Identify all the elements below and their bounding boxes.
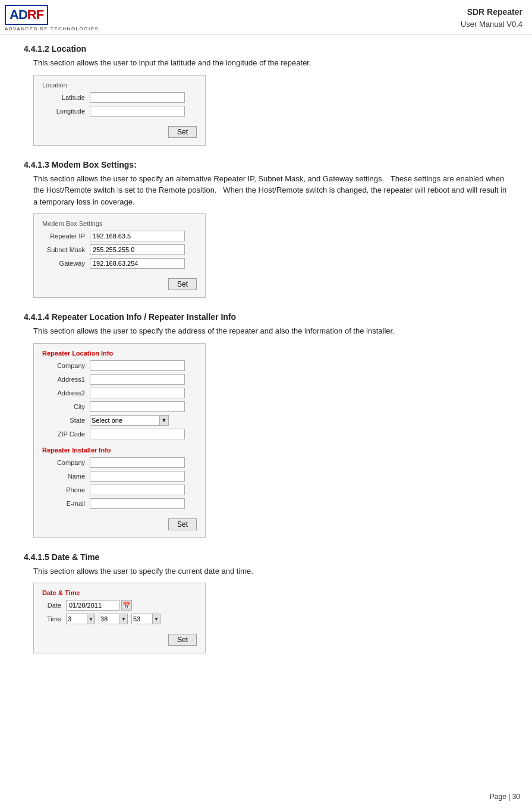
inst-email-input[interactable]	[90, 498, 185, 509]
time-hour-arrow-icon[interactable]: ▼	[87, 614, 95, 624]
address1-row: Address1	[42, 374, 197, 385]
inst-name-row: Name	[42, 471, 197, 482]
latitude-row: Latitude	[42, 92, 197, 103]
section-444-heading: 4.4.1.4 Repeater Location Info / Repeate…	[24, 312, 508, 322]
title-sub: User Manual V0.4	[461, 18, 522, 30]
time-sec-select[interactable]: 53	[131, 614, 153, 624]
zip-label: ZIP Code	[42, 430, 90, 438]
location-set-button[interactable]: Set	[168, 126, 197, 138]
inst-phone-label: Phone	[42, 486, 90, 493]
subnet-label: Subnet Mask	[42, 246, 90, 253]
latitude-label: Latitude	[42, 94, 90, 101]
time-label: Time	[42, 615, 66, 622]
state-row: State Select one ▼	[42, 415, 197, 426]
gateway-label: Gateway	[42, 260, 90, 267]
latitude-input[interactable]	[90, 92, 185, 103]
time-min-arrow-icon[interactable]: ▼	[119, 614, 128, 624]
location-info-panel: Repeater Location Info Company Address1 …	[33, 343, 206, 538]
address1-label: Address1	[42, 376, 90, 383]
datetime-set-button[interactable]: Set	[168, 634, 197, 646]
location-info-set-button[interactable]: Set	[168, 518, 197, 530]
datetime-panel: Date & Time Date 📅 Time 3 ▼ 38 ▼	[33, 583, 206, 653]
location-info-panel-title: Repeater Location Info	[42, 350, 197, 357]
longitude-label: Longitude	[42, 108, 90, 115]
city-row: City	[42, 401, 197, 412]
inst-company-label: Company	[42, 459, 90, 466]
installer-panel-title: Repeater Installer Info	[42, 447, 197, 454]
inst-company-input[interactable]	[90, 457, 185, 468]
inst-phone-row: Phone	[42, 485, 197, 495]
repeater-ip-row: Repeater IP	[42, 231, 197, 241]
subnet-row: Subnet Mask	[42, 244, 197, 255]
longitude-input[interactable]	[90, 106, 185, 117]
address2-input[interactable]	[90, 388, 185, 398]
section-442: 4.4.1.2 Location This section allows the…	[24, 44, 508, 146]
logo-box: AD RF	[5, 5, 48, 25]
date-row: Date 📅	[42, 600, 197, 611]
section-444: 4.4.1.4 Repeater Location Info / Repeate…	[24, 312, 508, 538]
city-label: City	[42, 403, 90, 410]
section-445: 4.4.1.5 Date & Time This section allows …	[24, 552, 508, 654]
state-label: State	[42, 417, 90, 424]
datetime-panel-title: Date & Time	[42, 589, 197, 596]
section-444-desc: This section allows the user to specify …	[24, 325, 508, 337]
date-label: Date	[42, 602, 66, 609]
gateway-row: Gateway	[42, 258, 197, 269]
state-select-arrow-icon[interactable]: ▼	[159, 415, 169, 426]
date-input[interactable]	[66, 600, 119, 611]
repeater-ip-label: Repeater IP	[42, 232, 90, 240]
header: AD RF ADVANCED RF TECHNOLOGIES SDR Repea…	[0, 0, 532, 34]
logo-ad: AD	[10, 7, 27, 23]
city-input[interactable]	[90, 401, 185, 412]
header-title: SDR Repeater User Manual V0.4	[461, 6, 522, 30]
zip-input[interactable]	[90, 429, 185, 439]
subnet-input[interactable]	[90, 244, 185, 255]
logo-subtitle: ADVANCED RF TECHNOLOGIES	[5, 26, 99, 32]
section-443-heading: 4.4.1.3 Modem Box Settings:	[24, 160, 508, 169]
calendar-icon[interactable]: 📅	[121, 600, 132, 611]
location-panel: Location Latitude Longitude Set	[33, 75, 206, 146]
main-content: 4.4.1.2 Location This section allows the…	[0, 34, 532, 691]
time-sec-arrow-icon[interactable]: ▼	[152, 614, 160, 624]
footer: Page | 30	[490, 793, 520, 801]
section-443: 4.4.1.3 Modem Box Settings: This section…	[24, 160, 508, 298]
inst-name-label: Name	[42, 473, 90, 480]
section-442-desc: This section allows the user to input th…	[24, 57, 508, 69]
modem-set-button[interactable]: Set	[168, 278, 197, 290]
section-442-heading: 4.4.1.2 Location	[24, 44, 508, 54]
longitude-row: Longitude	[42, 106, 197, 117]
location-panel-title: Location	[42, 81, 197, 89]
state-select-wrapper: Select one ▼	[90, 415, 169, 426]
logo-area: AD RF ADVANCED RF TECHNOLOGIES	[5, 5, 99, 32]
inst-name-input[interactable]	[90, 471, 185, 482]
address1-input[interactable]	[90, 374, 185, 385]
title-main: SDR Repeater	[461, 6, 522, 18]
inst-company-row: Company	[42, 457, 197, 468]
inst-email-row: E-mail	[42, 498, 197, 509]
inst-email-label: E-mail	[42, 500, 90, 507]
inst-phone-input[interactable]	[90, 485, 185, 495]
section-445-desc: This section allows the user to specify …	[24, 565, 508, 577]
address2-row: Address2	[42, 388, 197, 398]
section-445-heading: 4.4.1.5 Date & Time	[24, 552, 508, 562]
repeater-ip-input[interactable]	[90, 231, 185, 241]
section-443-desc: This section allows the user to specify …	[24, 173, 508, 208]
time-row: Time 3 ▼ 38 ▼ 53 ▼	[42, 614, 197, 624]
time-min-select[interactable]: 38	[99, 614, 120, 624]
loc-company-row: Company	[42, 360, 197, 371]
loc-company-label: Company	[42, 362, 90, 369]
page-number: Page | 30	[490, 793, 520, 801]
gateway-input[interactable]	[90, 258, 185, 269]
loc-company-input[interactable]	[90, 360, 185, 371]
modem-panel: Modem Box Settings Repeater IP Subnet Ma…	[33, 213, 206, 298]
zip-row: ZIP Code	[42, 429, 197, 439]
state-select[interactable]: Select one	[90, 415, 160, 426]
address2-label: Address2	[42, 389, 90, 397]
time-hour-select[interactable]: 3	[66, 614, 87, 624]
logo-rf: RF	[27, 7, 43, 23]
modem-panel-title: Modem Box Settings	[42, 220, 197, 227]
